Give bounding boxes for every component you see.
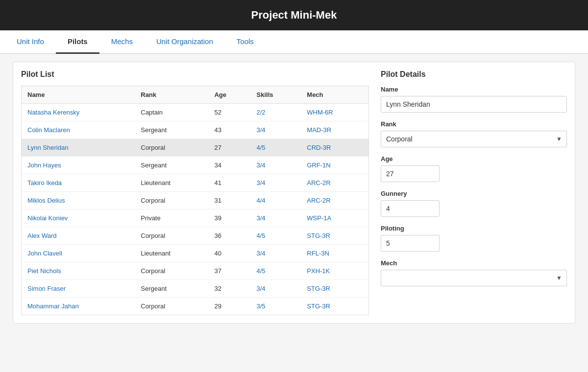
pilot-skills-link[interactable]: 3/4 bbox=[257, 250, 266, 257]
age-input[interactable] bbox=[381, 165, 440, 182]
pilot-skills-link[interactable]: 3/4 bbox=[257, 179, 266, 186]
pilot-mech-link[interactable]: CRD-3R bbox=[307, 144, 331, 151]
name-field-wrapper: Name bbox=[381, 86, 567, 113]
rank-select[interactable]: PrivateCorporalSergeantLieutenantCaptain… bbox=[381, 131, 567, 147]
pilot-name-link[interactable]: Lynn Sheridan bbox=[27, 144, 68, 151]
main-content: Pilot List NameRankAgeSkillsMech Natasha… bbox=[5, 54, 583, 331]
rank-field-wrapper: Rank PrivateCorporalSergeantLieutenantCa… bbox=[381, 120, 567, 147]
name-label: Name bbox=[381, 86, 567, 93]
pilot-skills-link[interactable]: 3/4 bbox=[257, 126, 266, 134]
pilot-rank: Lieutenant bbox=[135, 245, 208, 262]
col-header-name: Name bbox=[22, 86, 135, 104]
col-header-age: Age bbox=[208, 86, 250, 104]
name-input[interactable] bbox=[381, 96, 567, 113]
tab-mechs[interactable]: Mechs bbox=[99, 30, 145, 54]
piloting-field-wrapper: Piloting bbox=[381, 225, 567, 252]
rank-label: Rank bbox=[381, 120, 567, 128]
pilot-details-title: Pilot Details bbox=[381, 70, 567, 79]
pilot-skills-link[interactable]: 4/5 bbox=[257, 232, 266, 239]
pilot-name-link[interactable]: John Clavell bbox=[27, 250, 62, 257]
pilot-skills-link[interactable]: 2/2 bbox=[257, 109, 266, 116]
pilot-mech-link[interactable]: STG-3R bbox=[307, 285, 330, 292]
pilot-rank: Lieutenant bbox=[135, 174, 208, 192]
pilot-name-link[interactable]: Takiro Ikeda bbox=[27, 179, 62, 186]
pilot-mech-link[interactable]: ARC-2R bbox=[307, 179, 330, 186]
table-row[interactable]: Alex WardCorporal364/5STG-3R bbox=[22, 227, 369, 245]
pilot-skills-link[interactable]: 4/5 bbox=[257, 267, 266, 275]
pilot-rank: Sergeant bbox=[135, 280, 208, 298]
pilot-rank: Corporal bbox=[135, 262, 208, 280]
pilot-skills-link[interactable]: 3/4 bbox=[257, 285, 266, 292]
pilot-mech-link[interactable]: PXH-1K bbox=[307, 267, 330, 275]
rank-select-wrapper: PrivateCorporalSergeantLieutenantCaptain… bbox=[381, 131, 567, 147]
pilot-age: 29 bbox=[208, 298, 250, 315]
age-field-wrapper: Age bbox=[381, 155, 567, 182]
table-row[interactable]: Colin MaclarenSergeant433/4MAD-3R bbox=[22, 121, 369, 139]
mech-field-wrapper: Mech WHM-6RMAD-3RCRD-3RGRF-1NARC-2RWSP-1… bbox=[381, 259, 567, 286]
app-header: Project Mini-Mek bbox=[0, 0, 588, 30]
gunnery-input[interactable] bbox=[381, 200, 440, 217]
pilot-name-link[interactable]: Miklos Delius bbox=[27, 197, 65, 204]
pilot-mech-link[interactable]: ARC-2R bbox=[307, 197, 330, 204]
pilot-name-link[interactable]: Alex Ward bbox=[27, 232, 56, 239]
pilot-mech-link[interactable]: WSP-1A bbox=[307, 214, 331, 222]
table-row[interactable]: Lynn SheridanCorporal274/5CRD-3R bbox=[22, 139, 369, 157]
pilot-skills-link[interactable]: 4/5 bbox=[257, 144, 266, 151]
pilot-rank: Corporal bbox=[135, 227, 208, 245]
app-title: Project Mini-Mek bbox=[251, 9, 337, 21]
pilot-age: 31 bbox=[208, 192, 250, 209]
pilot-details-section: Pilot Details Name Rank PrivateCorporalS… bbox=[381, 70, 567, 315]
table-row[interactable]: Simon FraserSergeant323/4STG-3R bbox=[22, 280, 369, 298]
mech-select-wrapper: WHM-6RMAD-3RCRD-3RGRF-1NARC-2RWSP-1ASTG-… bbox=[381, 270, 567, 286]
tab-pilots[interactable]: Pilots bbox=[56, 30, 99, 54]
pilot-mech-link[interactable]: MAD-3R bbox=[307, 126, 331, 134]
table-row[interactable]: Miklos DeliusCorporal314/4ARC-2R bbox=[22, 192, 369, 209]
pilot-age: 34 bbox=[208, 157, 250, 174]
pilot-mech-link[interactable]: STG-3R bbox=[307, 302, 330, 310]
pilot-rank: Private bbox=[135, 209, 208, 227]
col-header-rank: Rank bbox=[135, 86, 208, 104]
tab-tools[interactable]: Tools bbox=[225, 30, 266, 54]
gunnery-field-wrapper: Gunnery bbox=[381, 190, 567, 217]
pilot-rank: Sergeant bbox=[135, 157, 208, 174]
table-row[interactable]: Takiro IkedaLieutenant413/4ARC-2R bbox=[22, 174, 369, 192]
piloting-label: Piloting bbox=[381, 225, 567, 232]
col-header-skills: Skills bbox=[251, 86, 301, 104]
pilot-rank: Sergeant bbox=[135, 121, 208, 139]
pilot-rank: Corporal bbox=[135, 192, 208, 209]
pilot-rank: Captain bbox=[135, 104, 208, 121]
pilot-skills-link[interactable]: 3/5 bbox=[257, 302, 266, 310]
table-row[interactable]: John HayesSergeant343/4GRF-1N bbox=[22, 157, 369, 174]
pilot-mech-link[interactable]: WHM-6R bbox=[307, 109, 333, 116]
pilot-name-link[interactable]: John Hayes bbox=[27, 162, 61, 169]
pilot-skills-link[interactable]: 3/4 bbox=[257, 214, 266, 222]
pilot-name-link[interactable]: Mohammar Jahan bbox=[27, 302, 79, 310]
pilot-mech-link[interactable]: GRF-1N bbox=[307, 162, 330, 169]
pilot-mech-link[interactable]: RFL-3N bbox=[307, 250, 329, 257]
pilot-name-link[interactable]: Piet Nichols bbox=[27, 267, 61, 275]
pilot-name-link[interactable]: Simon Fraser bbox=[27, 285, 66, 292]
table-row[interactable]: John ClavellLieutenant403/4RFL-3N bbox=[22, 245, 369, 262]
pilot-age: 36 bbox=[208, 227, 250, 245]
tab-unit-info[interactable]: Unit Info bbox=[5, 30, 56, 54]
table-row[interactable]: Piet NicholsCorporal374/5PXH-1K bbox=[22, 262, 369, 280]
pilot-name-link[interactable]: Colin Maclaren bbox=[27, 126, 70, 134]
age-label: Age bbox=[381, 155, 567, 163]
pilot-age: 43 bbox=[208, 121, 250, 139]
piloting-input[interactable] bbox=[381, 235, 440, 252]
pilot-age: 27 bbox=[208, 139, 250, 157]
pilot-skills-link[interactable]: 3/4 bbox=[257, 162, 266, 169]
table-row[interactable]: Nikolai KonievPrivate393/4WSP-1A bbox=[22, 209, 369, 227]
pilot-skills-link[interactable]: 4/4 bbox=[257, 197, 266, 204]
mech-select[interactable]: WHM-6RMAD-3RCRD-3RGRF-1NARC-2RWSP-1ASTG-… bbox=[381, 270, 567, 286]
pilot-name-link[interactable]: Nikolai Koniev bbox=[27, 214, 68, 222]
table-row[interactable]: Mohammar JahanCorporal293/5STG-3R bbox=[22, 298, 369, 315]
table-row[interactable]: Natasha KerenskyCaptain522/2WHM-6R bbox=[22, 104, 369, 121]
tab-unit-organization[interactable]: Unit Organization bbox=[145, 30, 225, 54]
pilot-mech-link[interactable]: STG-3R bbox=[307, 232, 330, 239]
pilot-name-link[interactable]: Natasha Kerensky bbox=[27, 109, 79, 116]
pilot-age: 32 bbox=[208, 280, 250, 298]
pilot-age: 39 bbox=[208, 209, 250, 227]
pilot-age: 37 bbox=[208, 262, 250, 280]
pilot-list-section: Pilot List NameRankAgeSkillsMech Natasha… bbox=[21, 70, 369, 315]
